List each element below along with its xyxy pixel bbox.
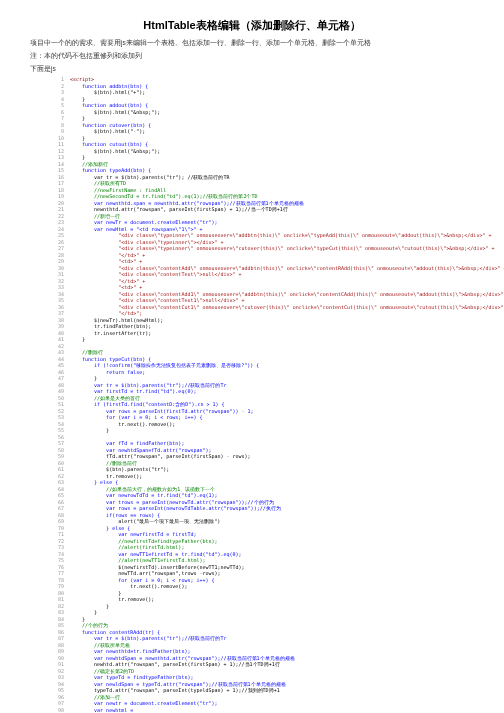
description: 项目中一个的的需求、需要用js来编辑一个表格。包括添加一行、删除一行、添加一个单…: [30, 39, 474, 48]
code-block: 1<script>2 function addbtn(btn) {3 $(btn…: [30, 76, 474, 713]
note: 注：本的代码不包括重修列和添加列: [30, 52, 474, 61]
page-title: HtmlTable表格编辑（添加删除行、单元格）: [30, 18, 474, 33]
code-label: 下面是js: [30, 65, 474, 74]
